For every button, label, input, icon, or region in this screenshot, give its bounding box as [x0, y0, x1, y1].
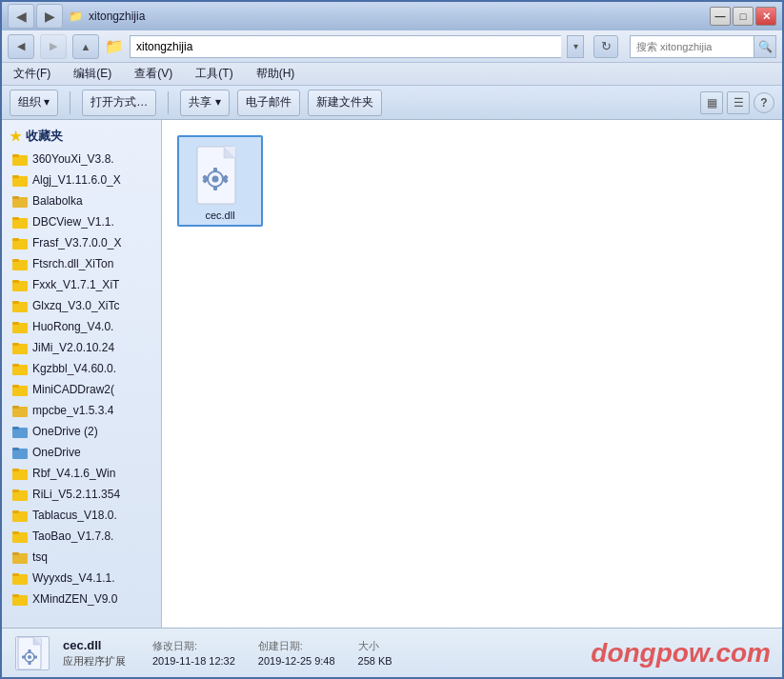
- folder-icon-ftsrch: [11, 256, 29, 271]
- sidebar-label-wyyxds: Wyyxds_V4.1.1.: [32, 571, 115, 585]
- sidebar-item-rili[interactable]: RiLi_V5.2.11.354: [2, 484, 161, 505]
- toolbar: 组织 ▾ 打开方式… 共享 ▾ 电子邮件 新建文件夹 ▦ ☰ ?: [2, 86, 782, 120]
- sidebar-item-360[interactable]: 360YouXi_V3.8.: [2, 149, 161, 170]
- menu-tools[interactable]: 工具(T): [191, 64, 236, 84]
- open-button[interactable]: 打开方式…: [82, 90, 156, 116]
- folder-icon-wyyxds: [11, 570, 29, 586]
- svg-rect-63: [29, 661, 31, 665]
- svg-rect-3: [12, 175, 19, 178]
- sidebar-label-dbcview: DBCView_V1.1.: [32, 215, 114, 229]
- view-toggle-button[interactable]: ▦: [700, 91, 723, 114]
- sidebar-item-wyyxds[interactable]: Wyyxds_V4.1.1.: [2, 568, 161, 589]
- sidebar-label-algj: Algj_V1.11.6.0_X: [32, 173, 121, 187]
- folder-icon-rbf: [11, 466, 29, 481]
- share-button[interactable]: 共享 ▾: [180, 90, 229, 116]
- title-folder-icon: 📁: [69, 10, 83, 23]
- folder-icon-minicad: [11, 382, 29, 397]
- file-item-cec-dll[interactable]: cec.dll: [177, 135, 263, 227]
- svg-rect-62: [29, 649, 31, 653]
- back-button[interactable]: ◀: [8, 4, 34, 29]
- sidebar-item-huorong[interactable]: HuoRong_V4.0.: [2, 316, 161, 337]
- sidebar-item-taobao[interactable]: TaoBao_V1.7.8.: [2, 526, 161, 547]
- create-label: 创建日期:: [258, 639, 335, 653]
- search-input[interactable]: [630, 35, 754, 58]
- window-controls: — □ ✕: [710, 7, 776, 26]
- layout-button[interactable]: ☰: [727, 91, 750, 114]
- main-content: ★ 收藏夹 360YouXi_V3.8. Algj_V1.11.6.0_X Ba…: [2, 120, 782, 628]
- svg-rect-23: [12, 385, 19, 388]
- sidebar-item-ftsrch[interactable]: Ftsrch.dll_XiTon: [2, 253, 161, 274]
- menu-view[interactable]: 查看(V): [131, 64, 176, 84]
- sidebar-item-tsq[interactable]: tsq: [2, 547, 161, 568]
- sidebar-label-fxxk: Fxxk_V1.7.1_XiT: [32, 278, 119, 291]
- sidebar-item-onedrive[interactable]: OneDrive: [2, 442, 161, 463]
- svg-rect-25: [12, 406, 19, 409]
- menu-help[interactable]: 帮助(H): [252, 64, 299, 84]
- toolbar-separator-1: [70, 91, 70, 114]
- sidebar-label-rbf: Rbf_V4.1.6_Win: [32, 467, 115, 480]
- title-bar-left: ◀ ▶ 📁 xitongzhijia: [8, 4, 145, 29]
- sidebar-item-tablacus[interactable]: Tablacus_V18.0.: [2, 505, 161, 526]
- status-details: 修改日期: 2019-11-18 12:32 创建日期: 2019-12-25 …: [152, 639, 392, 667]
- sidebar-item-mpcbe[interactable]: mpcbe_v1.5.3.4: [2, 400, 161, 421]
- sidebar-label-kgzbbl: Kgzbbl_V4.60.0.: [32, 362, 116, 375]
- folder-icon-dbcview: [11, 214, 29, 230]
- svg-rect-37: [12, 531, 19, 534]
- sidebar-item-onedrive2[interactable]: OneDrive (2): [2, 421, 161, 442]
- folder-icon-onedrive2: [11, 424, 29, 439]
- email-button[interactable]: 电子邮件: [237, 90, 300, 116]
- sidebar-label-onedrive2: OneDrive (2): [32, 425, 98, 438]
- svg-rect-21: [12, 364, 19, 367]
- status-bar: cec.dll 应用程序扩展 修改日期: 2019-11-18 12:32 创建…: [2, 628, 782, 677]
- sidebar-item-frasf[interactable]: Frasf_V3.7.0.0_X: [2, 232, 161, 253]
- address-dropdown[interactable]: ▾: [567, 35, 584, 58]
- close-button[interactable]: ✕: [755, 7, 776, 26]
- sidebar-item-xmind[interactable]: XMindZEN_V9.0: [2, 589, 161, 609]
- address-bar[interactable]: [130, 35, 561, 58]
- sidebar-label-tablacus: Tablacus_V18.0.: [32, 509, 117, 522]
- title-text: xitongzhijia: [89, 10, 145, 23]
- favorites-star-icon: ★: [10, 129, 22, 144]
- nav-arrows: ◀ ▶: [8, 4, 63, 29]
- search-button[interactable]: 🔍: [754, 35, 776, 58]
- sidebar-item-balabolka[interactable]: Balabolka: [2, 190, 161, 211]
- create-date: 2019-12-25 9:48: [258, 655, 335, 667]
- menu-file[interactable]: 文件(F): [10, 64, 54, 84]
- status-dll-icon: [15, 636, 50, 670]
- sidebar-label-ftsrch: Ftsrch.dll_XiTon: [32, 257, 113, 270]
- svg-rect-65: [22, 655, 26, 658]
- sidebar-item-jimi[interactable]: JiMi_V2.0.10.24: [2, 337, 161, 358]
- sidebar-item-algj[interactable]: Algj_V1.11.6.0_X: [2, 170, 161, 190]
- sidebar-item-minicad[interactable]: MiniCADDraw2(: [2, 379, 161, 400]
- sidebar-item-dbcview[interactable]: DBCView_V1.1.: [2, 211, 161, 232]
- sidebar-item-fxxk[interactable]: Fxxk_V1.7.1_XiT: [2, 274, 161, 295]
- sidebar-label-rili: RiLi_V5.2.11.354: [32, 488, 120, 501]
- folder-icon-frasf: [11, 235, 29, 250]
- forward-button[interactable]: ▶: [36, 4, 63, 29]
- forward-nav-button[interactable]: ▶: [40, 34, 67, 59]
- maximize-button[interactable]: □: [733, 7, 754, 26]
- sidebar-label-minicad: MiniCADDraw2(: [32, 383, 114, 396]
- back-nav-button[interactable]: ◀: [8, 34, 34, 59]
- refresh-button[interactable]: ↻: [593, 35, 618, 58]
- sidebar-label-jimi: JiMi_V2.0.10.24: [32, 341, 114, 354]
- sidebar-item-glxzq[interactable]: Glxzq_V3.0_XiTc: [2, 295, 161, 316]
- sidebar-label-taobao: TaoBao_V1.7.8.: [32, 529, 113, 543]
- organize-label: 组织 ▾: [18, 94, 50, 110]
- minimize-button[interactable]: —: [710, 7, 731, 26]
- svg-rect-31: [12, 469, 19, 471]
- sidebar-item-kgzbbl[interactable]: Kgzbbl_V4.60.0.: [2, 358, 161, 379]
- sidebar-item-rbf[interactable]: Rbf_V4.1.6_Win: [2, 463, 161, 484]
- status-icon-wrap: [13, 634, 51, 672]
- title-bar: ◀ ▶ 📁 xitongzhijia — □ ✕: [2, 2, 782, 30]
- up-nav-button[interactable]: ▲: [72, 34, 99, 59]
- svg-rect-64: [33, 655, 37, 658]
- folder-icon-huorong: [11, 319, 29, 334]
- menu-edit[interactable]: 编辑(E): [70, 64, 115, 84]
- svg-rect-49: [213, 168, 217, 172]
- new-folder-button[interactable]: 新建文件夹: [308, 90, 382, 116]
- help-button[interactable]: ?: [754, 92, 774, 113]
- folder-icon-mpcbe: [11, 403, 29, 418]
- folder-icon-360: [11, 151, 29, 167]
- organize-button[interactable]: 组织 ▾: [10, 90, 58, 116]
